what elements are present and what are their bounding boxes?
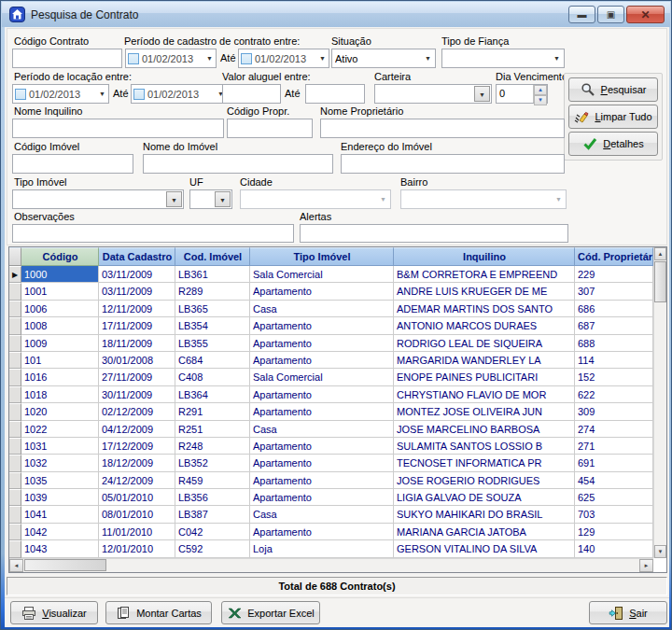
minimize-button[interactable]: ▬ (568, 6, 595, 23)
table-cell[interactable]: 625 (575, 489, 653, 506)
table-cell[interactable]: 140 (575, 540, 653, 557)
horizontal-scroll-thumb[interactable] (24, 559, 106, 571)
spin-down-icon[interactable]: ▼ (534, 95, 547, 105)
table-cell[interactable]: LB352 (175, 455, 250, 471)
table-row[interactable]: 103117/12/2009R248ApartamentoSULAMITA SA… (9, 438, 653, 455)
table-cell[interactable]: C684 (175, 352, 250, 369)
table-cell[interactable]: 309 (575, 403, 653, 420)
tipo-fianca-select[interactable]: ▼ (441, 49, 565, 68)
scroll-right-icon[interactable]: ► (639, 559, 653, 572)
scroll-up-icon[interactable]: ▲ (654, 247, 666, 260)
table-row[interactable]: 10130/01/2008C684ApartamentoMARGARIDA WA… (9, 352, 653, 369)
table-cell[interactable]: ADEMAR MARTINS DOS SANTO (394, 301, 575, 317)
column-header[interactable]: Cod. Imóvel (175, 247, 250, 266)
table-cell[interactable]: R291 (175, 403, 250, 420)
table-cell[interactable]: 17/12/2009 (99, 438, 175, 455)
table-cell[interactable]: 1042 (21, 524, 99, 540)
table-cell[interactable]: 1041 (21, 506, 99, 523)
table-row[interactable]: 103524/12/2009R459ApartamentoJOSE ROGERI… (9, 472, 653, 489)
table-cell[interactable]: ENOPE PAINES PUBLICITARI (394, 369, 575, 385)
table-cell[interactable]: 1043 (21, 540, 99, 557)
table-cell[interactable]: 03/11/2009 (99, 283, 175, 300)
table-cell[interactable]: RODRIGO LEAL DE SIQUEIRA (394, 335, 575, 352)
chevron-down-icon[interactable]: ▼ (474, 86, 490, 102)
table-cell[interactable]: 1020 (21, 403, 99, 420)
table-row[interactable]: 100612/11/2009LB365CasaADEMAR MARTINS DO… (9, 301, 653, 317)
table-row[interactable]: 101627/11/2009C408Sala ComercialENOPE PA… (9, 369, 653, 385)
table-cell[interactable]: ANTONIO MARCOS DURAES (394, 317, 575, 334)
table-cell[interactable]: 686 (575, 301, 653, 317)
table-cell[interactable]: 18/12/2009 (99, 455, 175, 471)
column-header[interactable]: Cód. Proprietário (575, 247, 653, 266)
table-cell[interactable]: 1009 (21, 335, 99, 352)
table-cell[interactable]: 687 (575, 317, 653, 334)
table-cell[interactable]: Loja (250, 540, 394, 557)
table-cell[interactable]: LB365 (175, 301, 250, 317)
carteira-select[interactable]: ▼ (374, 84, 492, 104)
table-cell[interactable]: Apartamento (250, 455, 394, 471)
table-cell[interactable]: 30/11/2009 (99, 386, 175, 403)
table-cell[interactable]: 1022 (21, 421, 99, 438)
scroll-left-icon[interactable]: ◄ (9, 559, 23, 572)
table-cell[interactable]: Casa (250, 506, 394, 523)
table-cell[interactable]: MARGARIDA WANDERLEY LA (394, 352, 575, 369)
table-cell[interactable]: LB356 (175, 489, 250, 506)
situacao-select[interactable]: Ativo ▼ (331, 49, 436, 68)
column-header[interactable]: Inquilino (394, 247, 575, 266)
maximize-button[interactable]: ▣ (597, 6, 624, 23)
table-cell[interactable]: 12/01/2010 (99, 540, 175, 557)
table-cell[interactable]: 1001 (21, 283, 99, 300)
table-cell[interactable]: 152 (575, 369, 653, 385)
table-cell[interactable]: 274 (575, 421, 653, 438)
table-cell[interactable]: Apartamento (250, 317, 394, 334)
periodo-cadastro-from-datepicker[interactable]: 01/02/2013 ▼ (125, 49, 217, 68)
table-cell[interactable]: 129 (575, 524, 653, 540)
scroll-down-icon[interactable]: ▼ (654, 545, 666, 558)
chevron-down-icon[interactable]: ▼ (166, 191, 182, 207)
vertical-scroll-thumb[interactable] (654, 261, 666, 302)
table-cell[interactable]: Sala Comercial (250, 369, 394, 385)
table-cell[interactable]: 1006 (21, 301, 99, 317)
pesquisar-button[interactable]: Pesquisar (568, 77, 658, 102)
table-cell[interactable]: LB364 (175, 386, 250, 403)
table-cell[interactable]: 271 (575, 438, 653, 455)
table-cell[interactable]: 1008 (21, 317, 99, 334)
table-cell[interactable]: 1039 (21, 489, 99, 506)
table-cell[interactable]: 04/12/2009 (99, 421, 175, 438)
table-cell[interactable]: 1031 (21, 438, 99, 455)
table-cell[interactable]: Sala Comercial (250, 266, 394, 283)
codigo-propr-input[interactable] (227, 119, 313, 138)
table-cell[interactable]: JOSE ROGERIO RODRIGUES (394, 472, 575, 489)
dia-vencimento-stepper[interactable]: 0 ▲ ▼ (496, 84, 548, 104)
chevron-down-icon[interactable]: ▼ (99, 91, 106, 97)
nome-proprietario-input[interactable] (320, 119, 565, 138)
table-cell[interactable]: 691 (575, 455, 653, 471)
periodo-locacao-from-datepicker[interactable]: 01/02/2013 ▼ (12, 84, 109, 104)
table-cell[interactable]: C592 (175, 540, 250, 557)
codigo-contrato-input[interactable] (12, 49, 122, 68)
table-row[interactable]: 101830/11/2009LB364ApartamentoCHRYSTIANO… (9, 386, 653, 403)
table-cell[interactable]: Apartamento (250, 489, 394, 506)
table-cell[interactable]: 18/11/2009 (99, 335, 175, 352)
alertas-input[interactable] (300, 224, 568, 243)
table-cell[interactable]: 17/11/2009 (99, 317, 175, 334)
chevron-down-icon[interactable]: ▼ (206, 55, 214, 62)
tipo-imovel-select[interactable]: ▼ (12, 189, 184, 209)
table-cell[interactable]: C042 (175, 524, 250, 540)
table-row[interactable]: 102002/12/2009R291ApartamentoMONTEZ JOSE… (9, 403, 653, 420)
cidade-select[interactable]: ▼ (240, 189, 391, 209)
table-cell[interactable]: Apartamento (250, 438, 394, 455)
table-cell[interactable]: 307 (575, 283, 653, 300)
table-row[interactable]: 104211/01/2010C042ApartamentoMARIANA GAR… (9, 524, 653, 540)
montar-cartas-button[interactable]: Montar Cartas (105, 601, 212, 624)
titlebar[interactable]: Pesquisa de Contrato ▬ ▣ ✕ (2, 2, 670, 27)
valor-aluguel-to-input[interactable] (305, 84, 365, 104)
table-cell[interactable]: Apartamento (250, 386, 394, 403)
table-cell[interactable]: Casa (250, 301, 394, 317)
table-row[interactable]: 102204/12/2009R251CasaJOSE MARCELINO BAR… (9, 421, 653, 438)
column-header[interactable]: Código (21, 247, 99, 266)
spin-up-icon[interactable]: ▲ (534, 85, 547, 95)
table-cell[interactable]: 1000 (21, 266, 99, 283)
bairro-select[interactable]: ▼ (400, 189, 567, 209)
chevron-down-icon[interactable]: ▼ (550, 55, 564, 62)
